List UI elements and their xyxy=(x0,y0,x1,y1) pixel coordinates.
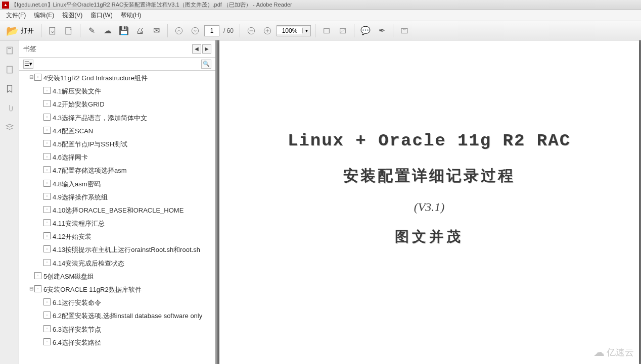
menu-edit[interactable]: 编辑(E) xyxy=(30,10,58,21)
open-label: 打开 xyxy=(21,26,34,35)
page-down-icon[interactable] xyxy=(188,24,202,38)
separator xyxy=(167,24,168,37)
bookmarks-title: 书签 xyxy=(23,44,36,54)
bookmark-find-icon[interactable]: 🔍 xyxy=(201,60,211,69)
export-pdf-icon[interactable] xyxy=(45,24,60,38)
bookmark-item[interactable]: ▫4.1解压安装文件 xyxy=(19,85,215,98)
menu-file[interactable]: 文件(F) xyxy=(2,10,30,21)
bookmark-icon: ▫ xyxy=(43,245,51,252)
edit-icon[interactable]: ✎ xyxy=(84,24,99,38)
bookmarks-header: 书签 ◀ ▶ xyxy=(19,40,215,58)
menu-view[interactable]: 视图(V) xyxy=(58,10,86,21)
svg-point-2 xyxy=(175,27,182,34)
bookmark-item[interactable]: ▫4.10选择ORACLE_BASE和ORACLE_HOME xyxy=(19,204,215,217)
bookmark-item[interactable]: ▫6.1运行安装命令 xyxy=(19,296,215,309)
svg-rect-13 xyxy=(8,48,11,49)
bookmark-item[interactable]: ▫4.3选择产品语言，添加简体中文 xyxy=(19,112,215,125)
create-pdf-icon[interactable] xyxy=(62,24,76,38)
bookmark-label: 5创建ASM磁盘组 xyxy=(43,272,213,281)
bookmarks-tab-icon[interactable] xyxy=(4,83,16,95)
fit-width-icon[interactable] xyxy=(319,24,334,38)
email-icon[interactable]: ✉ xyxy=(149,24,163,38)
doc-version: (V3.1) xyxy=(250,200,609,214)
menu-window[interactable]: 窗口(W) xyxy=(86,10,116,21)
bookmark-item[interactable]: ▫4.7配置存储选项选择asm xyxy=(19,164,215,177)
comment-icon[interactable]: 💬 xyxy=(358,24,373,38)
bookmark-item[interactable]: ▫4.9选择操作系统组 xyxy=(19,191,215,204)
bookmark-label: 4.9选择操作系统组 xyxy=(53,193,213,202)
thumbnails-tab-icon[interactable] xyxy=(4,44,16,57)
chevron-down-icon[interactable]: ▾ xyxy=(302,28,310,33)
bookmark-label: 4.5配置节点IP与SSH测试 xyxy=(53,140,213,149)
bookmark-item[interactable]: ▫4.8输入asm密码 xyxy=(19,178,215,191)
bookmark-item[interactable]: ▫4.14安装完成后检查状态 xyxy=(19,257,215,270)
watermark-text: 亿速云 xyxy=(607,346,634,358)
bookmarks-tree[interactable]: ⊟▫4安装11gR2 Grid Infrastructure组件▫4.1解压安装… xyxy=(19,71,215,364)
bookmark-item[interactable]: ▫4.4配置SCAN xyxy=(19,125,215,138)
bookmark-item[interactable]: ▫6.2配置安装选项,选择install database software o… xyxy=(19,309,215,323)
bookmark-icon: ▫ xyxy=(43,338,51,345)
bookmark-item[interactable]: ▫4.5配置节点IP与SSH测试 xyxy=(19,138,215,151)
open-button[interactable]: 📂 打开 xyxy=(3,24,37,38)
bookmark-icon: ▫ xyxy=(43,87,51,94)
read-mode-icon[interactable] xyxy=(397,24,411,38)
bookmark-item[interactable]: ▫4.11安装程序汇总 xyxy=(19,217,215,230)
print-icon[interactable]: 🖨 xyxy=(133,24,147,38)
bookmark-label: 4.14安装完成后检查状态 xyxy=(53,259,213,268)
bookmark-item[interactable]: ⊟▫6安装ORACLE 11gR2数据库软件 xyxy=(19,283,215,296)
bookmark-item[interactable]: ▫4.2开始安装GRID xyxy=(19,98,215,111)
page-input[interactable] xyxy=(204,25,219,36)
bookmark-icon: ▫ xyxy=(43,325,51,332)
bookmark-icon: ▫ xyxy=(43,298,51,305)
bookmark-icon: ▫ xyxy=(43,206,51,213)
zoom-value[interactable] xyxy=(277,27,302,34)
sign-icon[interactable]: ✒ xyxy=(375,24,389,38)
cloud-icon[interactable]: ☁ xyxy=(101,24,115,38)
separator xyxy=(315,24,315,37)
folder-icon: 📂 xyxy=(6,25,19,37)
bookmark-item[interactable]: ▫4.13按照提示在主机上运行orainstRoot.sh和root.sh xyxy=(19,243,215,256)
separator xyxy=(41,24,41,37)
bookmark-icon: ▫ xyxy=(43,180,51,187)
bookmark-item[interactable]: ▫6.4选择安装路径 xyxy=(19,336,215,349)
attachments-tab-icon[interactable] xyxy=(4,102,16,114)
bookmark-item[interactable]: ▫5创建ASM磁盘组 xyxy=(19,270,215,283)
zoom-in-icon[interactable] xyxy=(260,24,274,38)
bookmark-item[interactable]: ▫6.3选择安装节点 xyxy=(19,323,215,336)
pages-tab-icon[interactable] xyxy=(4,64,16,76)
svg-point-3 xyxy=(192,27,198,34)
bookmark-icon: ▫ xyxy=(43,114,51,121)
bookmark-label: 4.3选择产品语言，添加简体中文 xyxy=(53,114,213,123)
bookmark-toggle-icon[interactable]: ⊟ xyxy=(28,285,34,292)
bookmark-icon: ▫ xyxy=(43,311,51,319)
zoom-out-icon[interactable] xyxy=(244,24,258,38)
watermark: ☁ 亿速云 xyxy=(593,346,634,359)
separator xyxy=(80,24,80,37)
save-icon[interactable]: 💾 xyxy=(117,24,131,38)
bookmark-prev-icon[interactable]: ◀ xyxy=(192,44,201,54)
document-area[interactable]: Linux + Oracle 11g R2 RAC 安装配置详细记录过程 (V3… xyxy=(217,40,641,364)
bookmark-item[interactable]: ⊟▫4安装11gR2 Grid Infrastructure组件 xyxy=(19,72,215,85)
bookmark-icon: ▫ xyxy=(43,219,51,226)
bookmarks-toolbar: ☰▾ 🔍 xyxy=(19,58,215,71)
bookmark-next-icon[interactable]: ▶ xyxy=(202,44,211,54)
bookmark-item[interactable]: ▫4.12开始安装 xyxy=(19,230,215,243)
svg-rect-11 xyxy=(401,28,407,33)
fit-page-icon[interactable] xyxy=(336,24,350,38)
bookmark-label: 4.6选择网卡 xyxy=(53,153,213,162)
svg-rect-12 xyxy=(7,47,12,54)
svg-rect-9 xyxy=(324,28,330,33)
cloud-icon: ☁ xyxy=(593,346,605,359)
bookmark-item[interactable]: ▫4.6选择网卡 xyxy=(19,151,215,164)
bookmark-label: 6.1运行安装命令 xyxy=(53,298,213,307)
toolbar: 📂 打开 ✎ ☁ 💾 🖨 ✉ / 60 ▾ 💬 ✒ xyxy=(0,21,641,40)
bookmark-icon: ▫ xyxy=(43,232,51,239)
bookmark-toggle-icon[interactable]: ⊟ xyxy=(28,74,34,81)
zoom-select[interactable]: ▾ xyxy=(277,25,311,36)
page-up-icon[interactable] xyxy=(172,24,186,38)
bookmark-options-icon[interactable]: ☰▾ xyxy=(23,60,33,69)
bookmark-label: 4.4配置SCAN xyxy=(53,127,213,136)
layers-tab-icon[interactable] xyxy=(4,121,16,133)
menu-help[interactable]: 帮助(H) xyxy=(117,10,146,21)
bookmark-icon: ▫ xyxy=(43,100,51,107)
